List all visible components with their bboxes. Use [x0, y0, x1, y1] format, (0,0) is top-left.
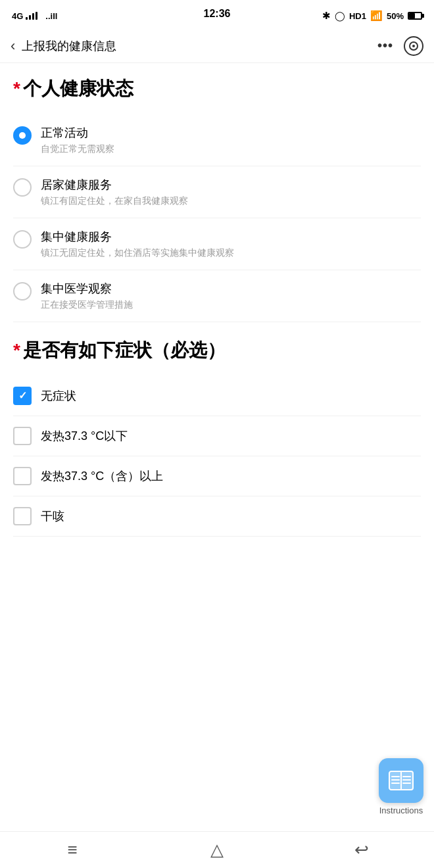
carrier-4g: 4G [12, 11, 23, 21]
section2-title: * 是否有如下症状（必选） [13, 338, 421, 363]
status-time: 12:36 [204, 8, 231, 20]
checkbox-option-4[interactable]: 干咳 [13, 496, 421, 537]
scan-button[interactable] [404, 36, 423, 56]
main-content: * 个人健康状态 正常活动 自觉正常无需观察 居家健康服务 镇江有固定住处，在家… [0, 63, 434, 602]
wifi-icon: 📶 [370, 10, 383, 22]
bottom-nav-menu[interactable]: ≡ [0, 832, 145, 868]
status-bar: 4G ..ill 12:36 ✱ ◯ HD1 📶 50% [0, 0, 434, 29]
radio-option-3[interactable]: 集中健康服务 镇江无固定住处，如住酒店等实施集中健康观察 [13, 218, 421, 270]
radio-desc-1: 自觉正常无需观察 [41, 143, 421, 155]
checkbox-box-1: ✓ [13, 387, 32, 405]
checkbox-box-3 [13, 467, 32, 485]
bottom-nav-home[interactable]: △ [145, 832, 289, 868]
instructions-fab[interactable]: Instructions [375, 758, 427, 815]
radio-label-2: 居家健康服务 [41, 177, 421, 193]
bar1 [26, 17, 28, 20]
radio-option-1[interactable]: 正常活动 自觉正常无需观察 [13, 114, 421, 166]
checkbox-label-2: 发热37.3 °C以下 [41, 428, 128, 444]
carrier2: ..ill [45, 11, 57, 21]
radio-circle-1 [13, 126, 32, 145]
checkbox-option-1[interactable]: ✓ 无症状 [13, 376, 421, 416]
radio-circle-3 [13, 230, 32, 249]
checkmark-1: ✓ [18, 391, 27, 401]
section1-title-text: 个人健康状态 [23, 76, 133, 101]
radio-desc-3: 镇江无固定住处，如住酒店等实施集中健康观察 [41, 247, 421, 259]
bluetooth-icon: ✱ [322, 10, 331, 22]
radio-circle-4 [13, 282, 32, 301]
back-button[interactable]: ‹ [11, 39, 15, 53]
nav-actions: ••• [377, 36, 423, 56]
radio-option-4[interactable]: 集中医学观察 正在接受医学管理措施 [13, 270, 421, 322]
radio-desc-2: 镇江有固定住处，在家自我健康观察 [41, 195, 421, 207]
checkbox-label-4: 干咳 [41, 508, 64, 524]
instructions-label: Instructions [379, 806, 423, 815]
radio-option-2[interactable]: 居家健康服务 镇江有固定住处，在家自我健康观察 [13, 166, 421, 218]
battery-fill [409, 13, 415, 18]
checkbox-option-2[interactable]: 发热37.3 °C以下 [13, 416, 421, 456]
radio-text-group-3: 集中健康服务 镇江无固定住处，如住酒店等实施集中健康观察 [41, 229, 421, 259]
more-button[interactable]: ••• [377, 38, 393, 53]
section2-title-text: 是否有如下症状（必选） [23, 338, 226, 363]
nav-bar: ‹ 上报我的健康信息 ••• [0, 29, 434, 63]
bottom-nav: ≡ △ ↩ [0, 831, 434, 868]
required-star-2: * [13, 340, 20, 361]
page-title: 上报我的健康信息 [22, 38, 116, 54]
alarm-icon: ◯ [335, 11, 345, 21]
bar3 [32, 13, 34, 20]
radio-label-4: 集中医学观察 [41, 281, 421, 297]
status-right: ✱ ◯ HD1 📶 50% [322, 10, 422, 22]
checkbox-label-1: 无症状 [41, 388, 76, 404]
required-star-1: * [13, 78, 20, 99]
radio-label-3: 集中健康服务 [41, 229, 421, 245]
bar2 [29, 15, 31, 20]
scan-dot [412, 45, 415, 47]
radio-text-group-1: 正常活动 自觉正常无需观察 [41, 125, 421, 155]
radio-circle-2 [13, 178, 32, 197]
radio-dot-1 [19, 132, 26, 139]
radio-label-1: 正常活动 [41, 125, 421, 141]
checkbox-box-2 [13, 427, 32, 445]
instructions-icon-bg [379, 758, 423, 803]
hd1-label: HD1 [349, 11, 366, 21]
battery-icon [408, 12, 422, 20]
book-icon [387, 769, 416, 792]
bar4 [36, 12, 37, 20]
checkbox-option-3[interactable]: 发热37.3 °C（含）以上 [13, 456, 421, 496]
scan-icon [409, 41, 418, 51]
carrier-info: 4G ..ill [12, 11, 57, 21]
checkbox-box-4 [13, 507, 32, 525]
checkbox-label-3: 发热37.3 °C（含）以上 [41, 468, 163, 484]
radio-desc-4: 正在接受医学管理措施 [41, 299, 421, 311]
section1-title: * 个人健康状态 [13, 76, 421, 101]
radio-text-group-4: 集中医学观察 正在接受医学管理措施 [41, 281, 421, 311]
radio-text-group-2: 居家健康服务 镇江有固定住处，在家自我健康观察 [41, 177, 421, 207]
battery-percent: 50% [387, 11, 404, 21]
signal-bars [26, 12, 37, 20]
bottom-nav-back[interactable]: ↩ [289, 832, 434, 868]
